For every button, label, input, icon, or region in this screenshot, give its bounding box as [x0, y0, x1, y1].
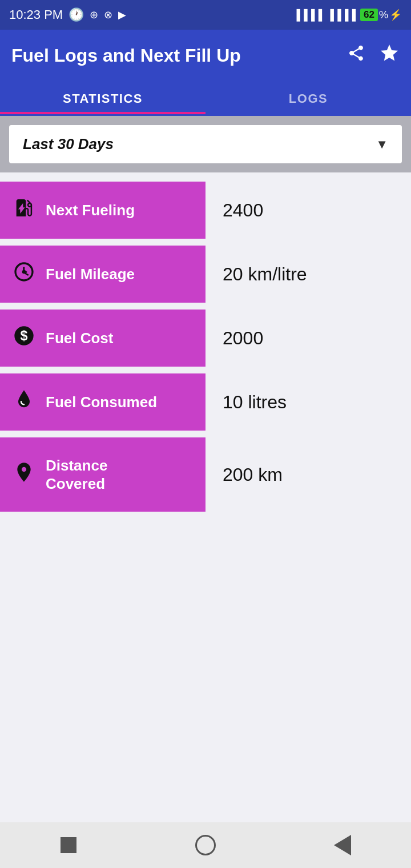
favorite-button[interactable]	[379, 43, 400, 68]
svg-text:$: $	[21, 328, 28, 343]
stat-value-fuel-cost: 2000	[206, 310, 411, 367]
stat-value-fuel-mileage: 20 km/litre	[206, 246, 411, 303]
stat-value-text-fuel-consumed: 10 litres	[223, 392, 287, 413]
drop-icon	[11, 388, 37, 416]
filter-bar: Last 30 Days ▼	[0, 116, 411, 172]
stat-value-text-next-fueling: 2400	[223, 200, 263, 221]
sync-icon: ⊗	[104, 9, 112, 21]
status-bar: 10:23 PM 🕐 ⊕ ⊗ ▶ ▐▐▐▐ ▐▐▐▐ 62 % ⚡	[0, 0, 411, 30]
tab-statistics[interactable]: STATISTICS	[0, 81, 206, 114]
stat-label-text-fuel-mileage: Fuel Mileage	[46, 265, 135, 284]
gauge-icon	[11, 260, 37, 288]
alarm-icon: 🕐	[68, 7, 84, 22]
stat-value-text-fuel-mileage: 20 km/litre	[223, 264, 307, 285]
stat-label-fuel-cost: $ Fuel Cost	[0, 310, 206, 367]
battery-icon: %	[379, 9, 388, 21]
stats-list: Next Fueling 2400 Fuel Mileage 20 km/lit…	[0, 172, 411, 521]
tab-logs[interactable]: LOGS	[206, 81, 411, 114]
dollar-icon: $	[11, 324, 37, 352]
signal-icon-1: ▐▐▐▐	[293, 9, 322, 21]
dropdown-arrow-icon: ▼	[376, 137, 388, 152]
stat-row-fuel-mileage: Fuel Mileage 20 km/litre	[0, 246, 411, 303]
filter-selected: Last 30 Days	[23, 135, 114, 153]
stat-row-fuel-consumed: Fuel Consumed 10 litres	[0, 373, 411, 431]
stat-label-fuel-mileage: Fuel Mileage	[0, 246, 206, 303]
stat-value-next-fueling: 2400	[206, 182, 411, 239]
share-button[interactable]	[347, 44, 365, 67]
tabs-container: STATISTICS LOGS	[0, 81, 411, 116]
stat-label-text-fuel-consumed: Fuel Consumed	[46, 393, 157, 412]
home-icon	[195, 835, 216, 855]
nav-back-button[interactable]	[320, 828, 365, 862]
recents-icon	[61, 837, 76, 853]
charging-icon: ⚡	[389, 9, 402, 21]
status-bar-right: ▐▐▐▐ ▐▐▐▐ 62 % ⚡	[293, 9, 402, 21]
stat-row-fuel-cost: $ Fuel Cost 2000	[0, 310, 411, 367]
location-pin-icon	[11, 461, 37, 489]
stat-label-text-distance-covered: Distance Covered	[46, 456, 107, 493]
signal-icon-2: ▐▐▐▐	[327, 9, 356, 21]
stat-value-text-fuel-cost: 2000	[223, 328, 263, 349]
stat-row-distance-covered: Distance Covered 200 km	[0, 437, 411, 512]
stat-label-fuel-consumed: Fuel Consumed	[0, 373, 206, 431]
stat-value-distance-covered: 200 km	[206, 437, 411, 512]
stat-label-text-next-fueling: Next Fueling	[46, 201, 135, 220]
nav-recents-button[interactable]	[46, 828, 91, 862]
back-icon	[334, 835, 351, 855]
stat-value-text-distance-covered: 200 km	[223, 464, 283, 485]
status-bar-left: 10:23 PM 🕐 ⊕ ⊗ ▶	[9, 7, 126, 22]
filter-dropdown[interactable]: Last 30 Days ▼	[9, 125, 402, 163]
app-header: Fuel Logs and Next Fill Up	[0, 30, 411, 81]
header-actions	[347, 43, 400, 68]
bottom-nav	[0, 822, 411, 868]
time-display: 10:23 PM	[9, 7, 63, 22]
app-title: Fuel Logs and Next Fill Up	[11, 45, 241, 66]
stat-label-next-fueling: Next Fueling	[0, 182, 206, 239]
youtube-icon: ▶	[118, 9, 126, 21]
battery-display: 62 % ⚡	[360, 9, 402, 21]
stat-label-text-fuel-cost: Fuel Cost	[46, 329, 113, 348]
location-icon: ⊕	[90, 9, 98, 21]
stat-label-distance-covered: Distance Covered	[0, 437, 206, 512]
fuel-pump-icon	[11, 196, 37, 224]
stat-value-fuel-consumed: 10 litres	[206, 373, 411, 431]
nav-home-button[interactable]	[183, 828, 228, 862]
stat-row-next-fueling: Next Fueling 2400	[0, 182, 411, 239]
